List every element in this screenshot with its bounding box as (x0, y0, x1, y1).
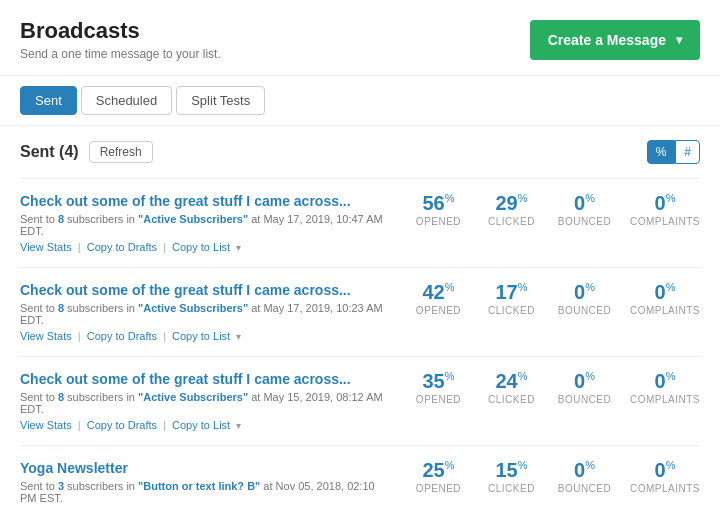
broadcast-left-1: Check out some of the great stuff I came… (20, 282, 391, 342)
stat-bounced-0: 0% BOUNCED (557, 193, 612, 227)
stat-bounced-2: 0% BOUNCED (557, 371, 612, 405)
view-stats-link-2[interactable]: View Stats (20, 419, 72, 431)
broadcast-actions-1: View Stats | Copy to Drafts | Copy to Li… (20, 330, 391, 342)
create-message-label: Create a Message (548, 32, 666, 48)
stat-clicked-1: 17% CLICKED (484, 282, 539, 316)
broadcast-title-3[interactable]: Yoga Newsletter (20, 460, 128, 476)
refresh-button[interactable]: Refresh (89, 141, 153, 163)
broadcast-meta-0: Sent to 8 subscribers in "Active Subscri… (20, 213, 391, 237)
stat-clicked-0: 29% CLICKED (484, 193, 539, 227)
broadcast-actions-2: View Stats | Copy to Drafts | Copy to Li… (20, 419, 391, 431)
broadcasts-list: Check out some of the great stuff I came… (20, 178, 700, 507)
tab-split-tests[interactable]: Split Tests (176, 86, 265, 115)
stat-clicked-3: 15% CLICKED (484, 460, 539, 494)
broadcast-left-3: Yoga Newsletter Sent to 3 subscribers in… (20, 460, 391, 507)
broadcast-stats-2: 35% OPENED 24% CLICKED 0% BOUNCED 0% COM… (411, 371, 700, 405)
page-title: Broadcasts (20, 18, 221, 44)
toggle-percent-button[interactable]: % (647, 140, 676, 164)
view-stats-link-0[interactable]: View Stats (20, 241, 72, 253)
copy-drafts-link-2[interactable]: Copy to Drafts (87, 419, 157, 431)
copy-list-link-2[interactable]: Copy to List (172, 419, 230, 431)
tab-scheduled[interactable]: Scheduled (81, 86, 172, 115)
stat-complaints-3: 0% COMPLAINTS (630, 460, 700, 494)
broadcast-meta-1: Sent to 8 subscribers in "Active Subscri… (20, 302, 391, 326)
chevron-down-icon: ▾ (676, 33, 682, 47)
broadcast-row: Check out some of the great stuff I came… (20, 356, 700, 445)
broadcast-meta-2: Sent to 8 subscribers in "Active Subscri… (20, 391, 391, 415)
tabs-container: Sent Scheduled Split Tests (0, 76, 720, 126)
broadcast-stats-1: 42% OPENED 17% CLICKED 0% BOUNCED 0% COM… (411, 282, 700, 316)
broadcast-left-0: Check out some of the great stuff I came… (20, 193, 391, 253)
broadcast-title-2[interactable]: Check out some of the great stuff I came… (20, 371, 351, 387)
sent-section-title: Sent (4) (20, 143, 79, 161)
copy-list-link-0[interactable]: Copy to List (172, 241, 230, 253)
broadcast-title-0[interactable]: Check out some of the great stuff I came… (20, 193, 351, 209)
stat-clicked-2: 24% CLICKED (484, 371, 539, 405)
broadcast-meta-3: Sent to 3 subscribers in "Button or text… (20, 480, 391, 504)
tab-sent[interactable]: Sent (20, 86, 77, 115)
broadcast-row: Check out some of the great stuff I came… (20, 178, 700, 267)
toggle-hash-button[interactable]: # (675, 140, 700, 164)
broadcast-actions-0: View Stats | Copy to Drafts | Copy to Li… (20, 241, 391, 253)
stat-complaints-2: 0% COMPLAINTS (630, 371, 700, 405)
stat-complaints-1: 0% COMPLAINTS (630, 282, 700, 316)
broadcast-row: Check out some of the great stuff I came… (20, 267, 700, 356)
view-stats-link-1[interactable]: View Stats (20, 330, 72, 342)
broadcast-stats-0: 56% OPENED 29% CLICKED 0% BOUNCED 0% COM… (411, 193, 700, 227)
stat-opened-3: 25% OPENED (411, 460, 466, 494)
broadcast-row: Yoga Newsletter Sent to 3 subscribers in… (20, 445, 700, 507)
page-subtitle: Send a one time message to your list. (20, 47, 221, 61)
broadcast-stats-3: 25% OPENED 15% CLICKED 0% BOUNCED 0% COM… (411, 460, 700, 494)
stat-opened-1: 42% OPENED (411, 282, 466, 316)
copy-drafts-link-1[interactable]: Copy to Drafts (87, 330, 157, 342)
stat-opened-0: 56% OPENED (411, 193, 466, 227)
broadcast-left-2: Check out some of the great stuff I came… (20, 371, 391, 431)
view-toggle: % # (647, 140, 700, 164)
stat-opened-2: 35% OPENED (411, 371, 466, 405)
stat-bounced-3: 0% BOUNCED (557, 460, 612, 494)
copy-list-link-1[interactable]: Copy to List (172, 330, 230, 342)
stat-bounced-1: 0% BOUNCED (557, 282, 612, 316)
broadcast-title-1[interactable]: Check out some of the great stuff I came… (20, 282, 351, 298)
copy-drafts-link-0[interactable]: Copy to Drafts (87, 241, 157, 253)
stat-complaints-0: 0% COMPLAINTS (630, 193, 700, 227)
create-message-button[interactable]: Create a Message ▾ (530, 20, 700, 60)
